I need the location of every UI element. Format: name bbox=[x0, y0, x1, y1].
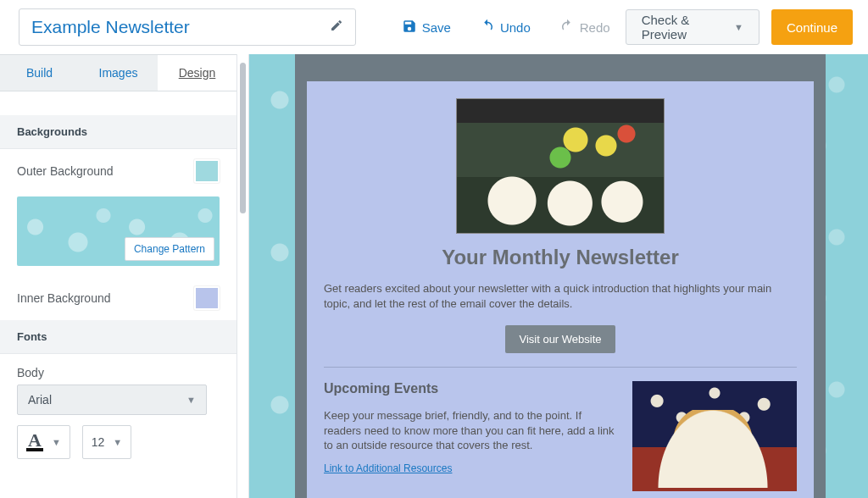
undo-button[interactable]: Undo bbox=[480, 19, 531, 36]
undo-label: Undo bbox=[500, 20, 531, 35]
hero-image[interactable] bbox=[456, 98, 665, 234]
redo-button[interactable]: Redo bbox=[559, 19, 610, 36]
chevron-down-icon: ▼ bbox=[113, 437, 122, 447]
outer-background-swatch[interactable] bbox=[194, 159, 220, 183]
font-size-value: 12 bbox=[92, 435, 105, 449]
left-panel: Build Images Design Backgrounds Outer Ba… bbox=[0, 54, 237, 498]
save-label: Save bbox=[422, 20, 451, 35]
sidebar-scrollbar-track[interactable] bbox=[237, 54, 249, 498]
save-icon bbox=[402, 19, 417, 36]
pattern-preview[interactable]: Change Pattern bbox=[17, 196, 220, 266]
check-preview-label: Check & Preview bbox=[642, 13, 726, 42]
top-toolbar: Example Newsletter Save Undo Redo Check … bbox=[0, 0, 868, 54]
edit-icon[interactable] bbox=[330, 19, 343, 36]
font-family-select[interactable]: Arial ▼ bbox=[17, 385, 207, 415]
newsletter-title-field[interactable]: Example Newsletter bbox=[19, 8, 356, 46]
redo-icon bbox=[559, 19, 575, 36]
font-size-select[interactable]: 12 ▼ bbox=[82, 425, 131, 459]
events-paragraph[interactable]: Keep your message brief, friendly, and t… bbox=[324, 408, 617, 453]
preview-canvas: Your Monthly Newsletter Get readers exci… bbox=[249, 54, 868, 498]
continue-button[interactable]: Continue bbox=[771, 9, 853, 45]
undo-icon bbox=[480, 19, 495, 36]
events-section: Upcoming Events Keep your message brief,… bbox=[324, 381, 797, 491]
inner-background-swatch[interactable] bbox=[194, 286, 220, 310]
divider bbox=[324, 367, 797, 368]
chevron-down-icon: ▼ bbox=[186, 395, 196, 405]
scrollbar-thumb[interactable] bbox=[240, 63, 246, 213]
check-preview-button[interactable]: Check & Preview ▼ bbox=[626, 9, 760, 45]
body-font-label: Body bbox=[0, 354, 236, 385]
font-size-row: A ▼ 12 ▼ bbox=[17, 425, 220, 459]
tab-images[interactable]: Images bbox=[79, 55, 158, 91]
continue-label: Continue bbox=[787, 20, 837, 35]
email-title[interactable]: Your Monthly Newsletter bbox=[324, 246, 797, 269]
email-frame: Your Monthly Newsletter Get readers exci… bbox=[295, 54, 826, 498]
outer-background-label: Outer Background bbox=[17, 164, 114, 178]
panel-tabs: Build Images Design bbox=[0, 54, 236, 91]
events-image[interactable] bbox=[632, 381, 797, 491]
font-color-icon: A bbox=[26, 433, 43, 451]
toolbar-buttons: Check & Preview ▼ Continue bbox=[626, 9, 853, 45]
tab-design[interactable]: Design bbox=[158, 55, 236, 91]
chevron-down-icon: ▼ bbox=[734, 22, 743, 32]
visit-website-button[interactable]: Visit our Website bbox=[505, 325, 615, 353]
font-color-select[interactable]: A ▼ bbox=[17, 425, 70, 459]
save-button[interactable]: Save bbox=[402, 19, 451, 36]
font-family-value: Arial bbox=[28, 393, 52, 407]
events-text-col: Upcoming Events Keep your message brief,… bbox=[324, 381, 617, 491]
newsletter-title-text: Example Newsletter bbox=[31, 17, 190, 37]
redo-label: Redo bbox=[580, 20, 610, 35]
events-resources-link[interactable]: Link to Additional Resources bbox=[324, 462, 452, 474]
inner-background-row: Inner Background bbox=[0, 276, 236, 320]
tab-build[interactable]: Build bbox=[0, 55, 79, 91]
events-title[interactable]: Upcoming Events bbox=[324, 381, 617, 396]
main-area: Build Images Design Backgrounds Outer Ba… bbox=[0, 54, 868, 498]
change-pattern-button[interactable]: Change Pattern bbox=[125, 237, 214, 261]
email-body[interactable]: Your Monthly Newsletter Get readers exci… bbox=[307, 81, 814, 498]
toolbar-actions: Save Undo Redo bbox=[402, 19, 610, 36]
outer-background-row: Outer Background bbox=[0, 149, 236, 193]
fonts-header: Fonts bbox=[0, 320, 236, 354]
backgrounds-header: Backgrounds bbox=[0, 115, 236, 149]
inner-background-label: Inner Background bbox=[17, 291, 111, 305]
chevron-down-icon: ▼ bbox=[52, 437, 61, 447]
email-intro[interactable]: Get readers excited about your newslette… bbox=[324, 281, 797, 312]
